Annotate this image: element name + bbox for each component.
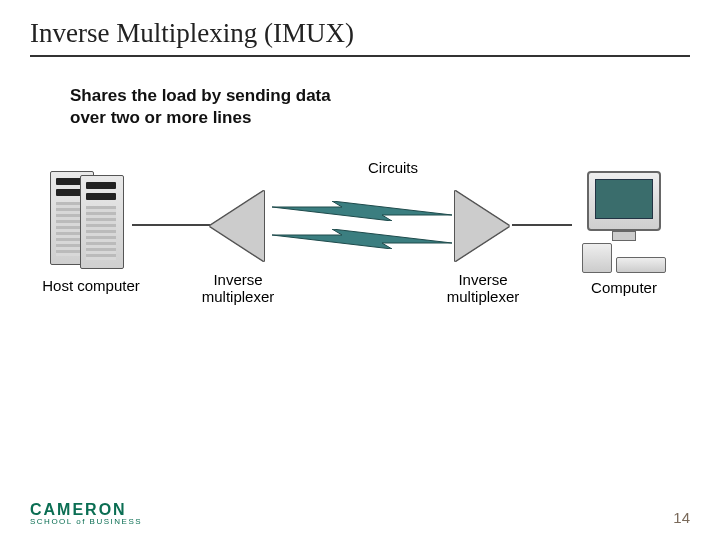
slide-footer: CAMERON SCHOOL of BUSINESS 14 [30,502,690,526]
logo-line-2: SCHOOL of BUSINESS [30,518,142,526]
inverse-multiplexer-right-icon: Inversemultiplexer [455,191,511,261]
client-computer-icon: Computer [574,171,674,273]
svg-marker-0 [272,201,452,221]
page-number: 14 [673,509,690,526]
circuit-line-1-icon [272,201,452,221]
circuit-line-2-icon [272,229,452,249]
wire-mux-to-computer [512,224,572,226]
cameron-logo: CAMERON SCHOOL of BUSINESS [30,502,142,526]
host-label: Host computer [42,277,140,294]
host-computer-icon: Host computer [50,171,132,267]
slide-title: Inverse Multiplexing (IMUX) [30,18,690,57]
inverse-multiplexer-left-icon: Inversemultiplexer [210,191,266,261]
slide-body-text: Shares the load by sending data over two… [70,85,370,129]
mux-right-label: Inversemultiplexer [447,271,520,306]
mux-left-label: Inversemultiplexer [202,271,275,306]
wire-host-to-mux [132,224,210,226]
circuits-label: Circuits [368,159,418,176]
computer-label: Computer [591,279,657,296]
imux-diagram: Circuits Host computer Inversemultiplexe… [40,159,680,334]
logo-line-1: CAMERON [30,502,142,518]
svg-marker-1 [272,229,452,249]
